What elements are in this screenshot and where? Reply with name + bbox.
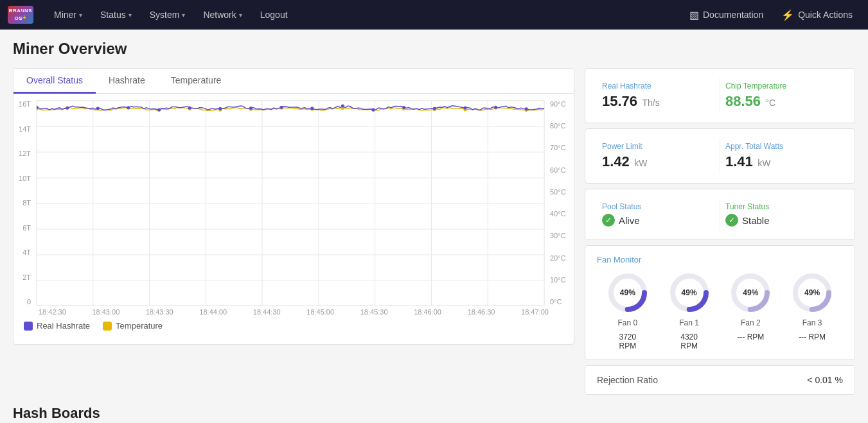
y-axis-left: 16T 14T 12T 10T 8T 6T 4T 2T 0 xyxy=(13,100,36,306)
chart-legend: Real Hashrate Temperature xyxy=(13,316,574,336)
rejection-value: < 0.01 % xyxy=(807,375,843,385)
pool-check-icon: ✓ xyxy=(602,214,615,227)
system-chevron-icon: ▾ xyxy=(182,12,185,19)
power-limit-cell: Power Limit 1.42 kW xyxy=(597,138,720,174)
chart-panel: Overall Status Hashrate Temperature 16T … xyxy=(13,68,574,345)
fan-2-rpm: --- RPM xyxy=(737,332,764,341)
fan-2-item: 49% Fan 2 --- RPM xyxy=(730,272,771,350)
legend-temperature: Temperature xyxy=(103,321,163,331)
fan-row: 49% Fan 0 3720RPM 49% Fa xyxy=(597,272,843,350)
nav-right-section: ▧ Documentation ⚡ Quick Actions xyxy=(682,0,860,30)
fan-2-name: Fan 2 xyxy=(741,318,761,327)
fan-0-rpm: 3720RPM xyxy=(619,332,637,350)
fan-0-item: 49% Fan 0 3720RPM xyxy=(607,272,648,350)
total-watts-value: 1.41 xyxy=(725,153,753,169)
pool-status-value: Alive xyxy=(619,215,640,226)
fan-monitor-title: Fan Monitor xyxy=(597,255,843,264)
x-axis: 18:42:30 18:43:00 18:43:30 18:44:00 18:4… xyxy=(36,308,551,316)
tab-bar: Overall Status Hashrate Temperature xyxy=(13,69,574,94)
rejection-row: Rejection Ratio < 0.01 % xyxy=(597,375,843,385)
fan-1-rpm: 4320RPM xyxy=(680,332,698,350)
miner-chevron-icon: ▾ xyxy=(79,12,82,19)
fan-1-donut: 49% xyxy=(669,272,710,313)
power-limit-value: 1.42 xyxy=(602,153,630,169)
tuner-check-icon: ✓ xyxy=(725,214,738,227)
legend-hashrate: Real Hashrate xyxy=(24,321,90,331)
tuner-status-cell: Tuner Status ✓ Stable xyxy=(720,198,843,230)
fan-3-item: 49% Fan 3 --- RPM xyxy=(792,272,833,350)
chip-temp-label: Chip Temperature xyxy=(725,82,838,91)
chip-temp-unit: °C xyxy=(766,98,776,108)
fan-2-donut: 49% xyxy=(730,272,771,313)
status-row: Pool Status ✓ Alive Tuner Status ✓ Stabl… xyxy=(597,198,843,230)
power-limit-unit: kW xyxy=(634,158,647,168)
fan-3-donut: 49% xyxy=(792,272,833,313)
fan-1-pct: 49% xyxy=(682,288,697,297)
nav-status[interactable]: Status ▾ xyxy=(93,0,139,30)
tuner-status-value: Stable xyxy=(742,215,770,226)
fan-monitor-card: Fan Monitor 49% Fan 0 3720RPM xyxy=(585,245,855,360)
fan-3-pct: 49% xyxy=(804,288,820,297)
fan-0-pct: 49% xyxy=(620,288,635,297)
pool-status-cell: Pool Status ✓ Alive xyxy=(597,198,720,230)
rejection-card: Rejection Ratio < 0.01 % xyxy=(585,365,855,395)
power-limit-value-row: 1.42 kW xyxy=(602,153,714,170)
tab-hashrate[interactable]: Hashrate xyxy=(96,69,158,94)
y-axis-right: 90°C 80°C 70°C 60°C 50°C 40°C 30°C 20°C … xyxy=(545,100,574,306)
real-hashrate-label: Real Hashrate xyxy=(602,82,714,91)
chip-temp-cell: Chip Temperature 88.56 °C xyxy=(720,78,843,114)
stats-row-2: Power Limit 1.42 kW Appr. Total Watts 1.… xyxy=(597,138,843,174)
fan-0-name: Fan 0 xyxy=(618,318,638,327)
pool-status-badge: ✓ Alive xyxy=(602,214,714,227)
fan-3-rpm: --- RPM xyxy=(799,332,826,341)
fan-1-name: Fan 1 xyxy=(679,318,699,327)
total-watts-unit: kW xyxy=(757,158,770,168)
main-layout: Overall Status Hashrate Temperature 16T … xyxy=(13,68,855,395)
doc-icon: ▧ xyxy=(689,9,699,21)
nav-miner[interactable]: Miner ▾ xyxy=(46,0,90,30)
real-hashrate-value: 15.76 xyxy=(602,93,637,109)
total-watts-value-row: 1.41 kW xyxy=(725,153,838,170)
chart-inner: 16T 14T 12T 10T 8T 6T 4T 2T 0 90°C xyxy=(13,100,574,306)
lightning-icon: ⚡ xyxy=(781,9,794,21)
hash-boards-title: Hash Boards xyxy=(13,405,855,422)
total-watts-cell: Appr. Total Watts 1.41 kW xyxy=(720,138,843,174)
chip-temp-value-row: 88.56 °C xyxy=(725,93,838,110)
hashrate-legend-dot xyxy=(24,322,33,331)
page-title: Miner Overview xyxy=(13,40,855,58)
navbar: BRA\\NSOS+ Miner ▾ Status ▾ System ▾ Net… xyxy=(0,0,868,30)
fan-0-donut: 49% xyxy=(607,272,648,313)
page-content: Miner Overview Overall Status Hashrate T… xyxy=(0,30,868,423)
fan-2-pct: 49% xyxy=(743,288,758,297)
stats-panel: Real Hashrate 15.76 Th/s Chip Temperatur… xyxy=(585,68,855,395)
rejection-label: Rejection Ratio xyxy=(597,375,658,385)
nav-logout[interactable]: Logout xyxy=(252,0,296,30)
total-watts-label: Appr. Total Watts xyxy=(725,142,838,151)
tab-temperature[interactable]: Temperature xyxy=(158,69,235,94)
tab-overall-status[interactable]: Overall Status xyxy=(13,69,96,94)
quick-actions-button[interactable]: ⚡ Quick Actions xyxy=(774,0,860,30)
power-watts-card: Power Limit 1.42 kW Appr. Total Watts 1.… xyxy=(585,128,855,184)
pool-tuner-card: Pool Status ✓ Alive Tuner Status ✓ Stabl… xyxy=(585,189,855,240)
nav-network[interactable]: Network ▾ xyxy=(195,0,249,30)
temperature-legend-dot xyxy=(103,322,112,331)
documentation-button[interactable]: ▧ Documentation xyxy=(682,0,771,30)
fan-1-item: 49% Fan 1 4320RPM xyxy=(669,272,710,350)
pool-status-label: Pool Status xyxy=(602,202,714,211)
hashrate-chiptemp-card: Real Hashrate 15.76 Th/s Chip Temperatur… xyxy=(585,68,855,123)
logo: BRA\\NSOS+ xyxy=(8,6,33,24)
tuner-status-badge: ✓ Stable xyxy=(725,214,838,227)
real-hashrate-cell: Real Hashrate 15.76 Th/s xyxy=(597,78,720,114)
chart-canvas xyxy=(36,100,545,306)
stats-row-1: Real Hashrate 15.76 Th/s Chip Temperatur… xyxy=(597,78,843,114)
real-hashrate-unit: Th/s xyxy=(642,98,660,108)
chip-temp-value: 88.56 xyxy=(725,93,761,109)
chart-area: 16T 14T 12T 10T 8T 6T 4T 2T 0 90°C xyxy=(13,94,574,344)
real-hashrate-value-row: 15.76 Th/s xyxy=(602,93,714,110)
nav-system[interactable]: System ▾ xyxy=(142,0,193,30)
power-limit-label: Power Limit xyxy=(602,142,714,151)
fan-3-name: Fan 3 xyxy=(802,318,822,327)
logo-image: BRA\\NSOS+ xyxy=(8,6,33,24)
tuner-status-label: Tuner Status xyxy=(725,202,838,211)
status-chevron-icon: ▾ xyxy=(128,12,132,19)
